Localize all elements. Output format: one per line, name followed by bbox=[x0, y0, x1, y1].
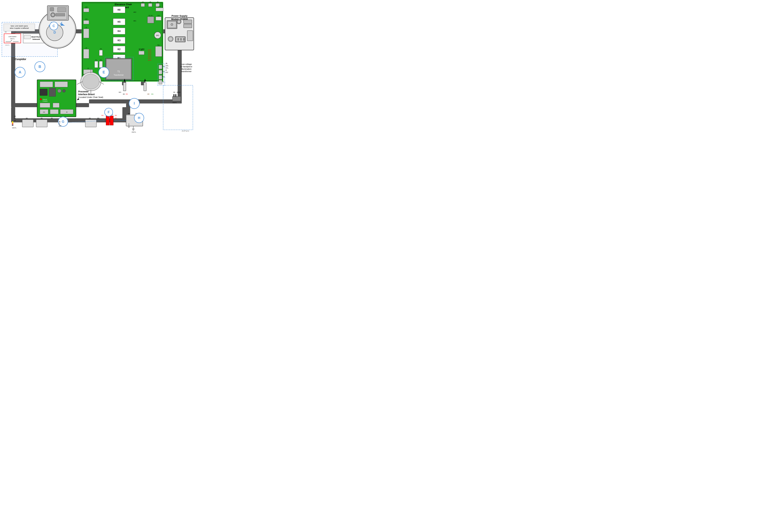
svg-rect-39 bbox=[99, 61, 103, 68]
svg-rect-119 bbox=[12, 125, 13, 126]
j12-label: J12 bbox=[165, 71, 168, 73]
bk-label-h: BK bbox=[128, 113, 130, 114]
svg-rect-124 bbox=[172, 97, 181, 101]
gnyl-bottom: GN/YL bbox=[12, 127, 17, 129]
svg-rect-29 bbox=[147, 17, 154, 23]
bk-j5: BK bbox=[123, 93, 125, 95]
svg-rect-126 bbox=[175, 94, 176, 97]
rd-right-f: RD bbox=[115, 115, 117, 116]
j6-or-j10-label: J6 bbox=[59, 121, 60, 123]
f2-label: F2 bbox=[100, 59, 102, 61]
j4-j5-label: J4 bbox=[14, 115, 16, 117]
d2-label: ●D2 bbox=[133, 11, 136, 13]
svg-rect-106 bbox=[106, 116, 109, 125]
bk-bottom1: BK bbox=[26, 117, 28, 119]
circle-e: E bbox=[103, 70, 105, 74]
svg-rect-97 bbox=[50, 109, 58, 114]
j9-label: J9, bbox=[165, 62, 168, 64]
d19-label: ●D19 bbox=[148, 59, 151, 61]
svg-rect-89 bbox=[40, 89, 47, 96]
bk-bottom4: BK bbox=[89, 117, 91, 119]
svg-point-59 bbox=[169, 37, 172, 41]
d-inner-label: D bbox=[54, 31, 56, 34]
dnaop-power: DNAOP bbox=[43, 99, 47, 100]
svg-rect-117 bbox=[12, 123, 13, 123]
d1-label: ●D1 bbox=[133, 20, 136, 22]
circle-h: H bbox=[138, 116, 140, 120]
j5-pcb: J5 bbox=[141, 49, 142, 51]
svg-rect-24 bbox=[141, 3, 144, 7]
svg-rect-85 bbox=[56, 13, 65, 16]
k6-label: K6 bbox=[118, 8, 121, 11]
svg-rect-95 bbox=[53, 103, 59, 108]
svg-rect-40 bbox=[99, 50, 103, 56]
k4-label: K4 bbox=[118, 30, 121, 33]
or-j6-j10: or bbox=[59, 123, 60, 125]
svg-rect-122 bbox=[144, 82, 146, 91]
svg-point-92 bbox=[62, 90, 65, 92]
gnyl-right: GN/YL bbox=[172, 102, 177, 104]
svg-rect-42 bbox=[106, 59, 131, 79]
j3-label: J3 bbox=[87, 67, 89, 69]
svg-rect-62 bbox=[177, 38, 179, 41]
d23-label: ●D23 bbox=[148, 57, 151, 59]
svg-point-93 bbox=[40, 98, 42, 100]
circle-g: G bbox=[62, 120, 64, 123]
rd-right-f2: RD bbox=[115, 117, 117, 119]
br-bottom: BR bbox=[97, 117, 99, 119]
procenter-label3: (Located Under Chair Seat) bbox=[78, 96, 103, 98]
svg-rect-46 bbox=[159, 75, 162, 79]
svg-rect-120 bbox=[123, 82, 126, 91]
svg-rect-56 bbox=[184, 20, 192, 23]
j14-pcb: J14 bbox=[158, 15, 160, 16]
svg-point-91 bbox=[57, 89, 61, 93]
svg-rect-90 bbox=[49, 88, 56, 97]
bk-bottom2: BK bbox=[41, 117, 43, 119]
svg-rect-113 bbox=[22, 120, 34, 127]
note-text1: Note: Limit Switch opens bbox=[11, 25, 28, 27]
j10-label2: J10 bbox=[59, 125, 61, 127]
svg-rect-116 bbox=[12, 121, 13, 122]
rd-left-f: RD bbox=[102, 115, 104, 116]
d20-label: ●D20 bbox=[148, 53, 151, 55]
svg-rect-32 bbox=[139, 51, 144, 55]
svg-rect-115 bbox=[85, 120, 97, 127]
svg-rect-81 bbox=[50, 7, 54, 11]
svg-point-53 bbox=[171, 24, 172, 25]
svg-rect-64 bbox=[183, 38, 184, 41]
cuspidor-label: Cuspidor bbox=[15, 58, 26, 61]
br-j6: BR bbox=[147, 93, 149, 95]
sp1-label: SP1 bbox=[156, 35, 159, 36]
or-j4-j5: or bbox=[14, 117, 15, 119]
circle-a: A bbox=[19, 70, 21, 74]
svg-rect-45 bbox=[159, 70, 162, 74]
circle-b: B bbox=[39, 64, 41, 69]
bk-right1: BK bbox=[173, 92, 175, 93]
d18-label: ●D18 bbox=[148, 51, 151, 53]
svg-rect-35 bbox=[83, 29, 89, 38]
transformer-label: Transformer bbox=[114, 74, 124, 76]
j2-label: J2 bbox=[85, 47, 87, 49]
svg-rect-65 bbox=[187, 31, 193, 41]
j11-label: J11, bbox=[165, 67, 169, 69]
power-label: POWER bbox=[43, 101, 48, 102]
low-voltage-label1: Low voltage bbox=[181, 63, 192, 65]
svg-rect-31 bbox=[156, 46, 162, 57]
j8-top: J8 bbox=[157, 1, 159, 3]
note-text2: when Cuspidor is deflected bbox=[10, 27, 29, 29]
power-supply-title: Power Supply bbox=[172, 14, 188, 17]
svg-rect-94 bbox=[40, 103, 50, 108]
f1-label: F1 bbox=[95, 59, 97, 61]
svg-rect-38 bbox=[95, 61, 98, 68]
svg-rect-57 bbox=[184, 24, 192, 28]
d22-label: ●D22 bbox=[148, 49, 151, 51]
svg-rect-118 bbox=[12, 124, 13, 125]
svg-rect-36 bbox=[83, 49, 89, 58]
svg-rect-28 bbox=[156, 17, 161, 20]
j5-label2: J5 bbox=[14, 119, 16, 121]
artparts-watermark: ArtParts bbox=[182, 130, 189, 132]
diagram-container: Elevance Chair PC Board K6 K5 K4 K3 K2 K… bbox=[0, 0, 195, 133]
procenter-label1: Procenter bbox=[78, 90, 88, 93]
wh-label: WH bbox=[119, 92, 121, 93]
svg-point-55 bbox=[177, 20, 180, 23]
